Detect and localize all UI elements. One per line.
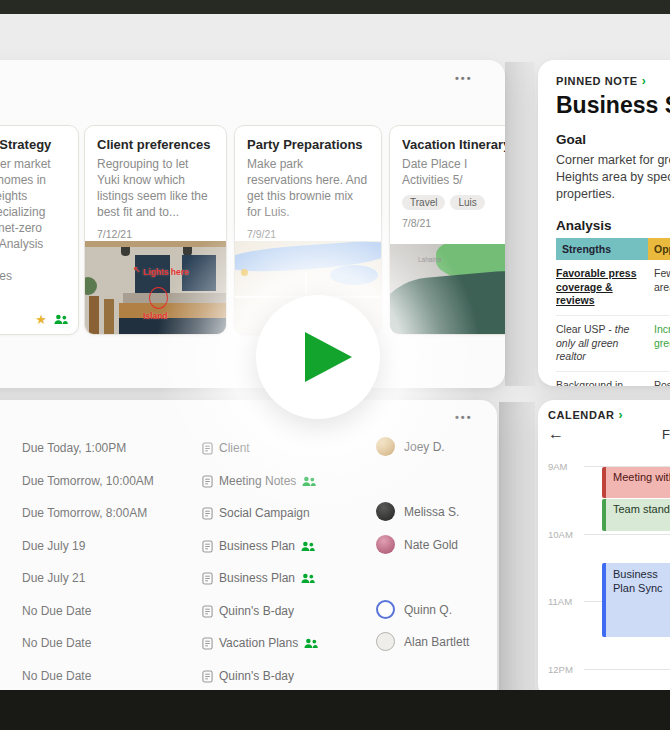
annotation-circle [149,287,168,309]
chevron-right-icon: › [619,408,624,422]
note-icon [202,475,213,488]
task-row: Due Tomorrow, 8:00AM Social Campaign Mel… [0,498,497,531]
shared-people-icon [302,476,316,487]
swot-table: Strengths Opportunities Favorable press … [556,238,670,386]
shared-people-icon [304,638,318,649]
star-icon: ★ [35,313,47,326]
card-gap-shadow [499,402,535,690]
task-due: Due July 21 [22,571,85,585]
note-title: Client preferences [97,137,214,153]
task-assignee[interactable]: Alan Bartlett [376,632,469,651]
task-assignee[interactable]: Joey D. [376,437,445,456]
event-title: Team standup [613,503,670,515]
task-assignee[interactable]: Quinn Q. [376,600,452,619]
assignee-name: Joey D. [404,440,445,454]
maui-map-image: Lahaina [390,244,505,334]
avatar [376,632,395,651]
note-title: ess Strategy [0,137,79,153]
task-note-link[interactable]: Quinn's B-day [202,604,294,618]
note-icon [202,540,213,553]
shared-people-icon [301,541,315,552]
avatar [376,535,395,554]
time-label: 10AM [548,529,580,540]
event-title: Meeting with [613,471,670,483]
annotation-lights-here: Lights here [143,267,189,277]
time-label: 11AM [548,596,580,607]
avatar [376,600,395,619]
avatar [376,437,395,456]
note-snippet: Date Place I Activities 5/ [402,157,505,189]
task-note-link[interactable]: Meeting Notes [202,474,316,488]
task-due: Due Today, 1:00PM [22,441,126,455]
shared-people-icon [54,314,68,325]
calendar-link[interactable]: CALENDAR› [548,408,623,422]
note-snippet: Make park reservations here. And get thi… [247,157,369,221]
calendar-label: CALENDAR [548,409,615,421]
table-cell: Background in net-zero properties [556,372,648,386]
back-arrow-icon[interactable]: ← [548,426,564,442]
map-pin-icon [241,269,248,276]
table-cell-link[interactable]: Favorable press coverage & reviews [556,267,637,306]
table-cell: Positive [648,372,670,386]
task-row: No Due Date Vacation Plans Alan Bartlett [0,628,497,661]
task-assignee[interactable]: Melissa S. [376,502,459,521]
note-icon [202,670,213,683]
assignee-name: Quinn Q. [404,603,452,617]
notes-board-menu-icon[interactable]: ••• [455,72,473,84]
task-note-link[interactable]: Business Plan [202,571,315,585]
analysis-heading: Analysis [556,218,612,233]
task-note-title: Social Campaign [219,506,310,520]
note-snippet: Corner market een homes in ld Heights y … [0,157,79,285]
table-cell: Clear USP - the only all green realtor [556,316,648,372]
task-due: No Due Date [22,604,91,618]
pinned-note-card: PINNED NOTE› Business Strategy Goal Corn… [538,60,670,386]
task-note-title: Quinn's B-day [219,669,294,683]
task-note-title: Business Plan [219,539,295,553]
app-screenshot: ••• ess Strategy Corner market een homes… [0,0,670,730]
task-note-link[interactable]: Social Campaign [202,506,310,520]
task-assignee[interactable]: Nate Gold [376,535,458,554]
tag-luis[interactable]: Luis [450,195,484,210]
calendar-event-standup[interactable]: Team standup [602,499,670,531]
goal-body: Corner market for green Heights area by … [556,152,670,203]
assignee-name: Alan Bartlett [404,635,469,649]
task-row: Due Today, 1:00PM Client Joey D. [0,433,497,466]
note-date: 7/12/21 [97,228,214,240]
pinned-note-label: PINNED NOTE [556,75,638,87]
bottom-frame-bar [0,690,670,730]
task-note-title: Business Plan [219,571,295,585]
task-list-card: ••• Due Today, 1:00PM Client Joey D. Due… [0,400,497,710]
kitchen-photo: ↖ Lights here Island [85,241,226,334]
opportunities-header-cell: Opportunities [648,238,670,260]
table-cell-text: Clear USP - [556,323,615,335]
note-snippet: Regrouping to let Yuki know which listin… [97,157,214,221]
shared-people-icon [301,573,315,584]
table-cell: Few competitors in area [648,260,670,316]
tag-travel[interactable]: Travel [402,195,445,210]
note-card-business-strategy[interactable]: ess Strategy Corner market een homes in … [0,125,79,335]
task-row: Due July 21 Business Plan [0,563,497,596]
note-title: Party Preparations [247,137,369,153]
task-due: Due Tomorrow, 8:00AM [22,506,147,520]
note-card-vacation-itinerary[interactable]: Vacation Itinerary Date Place I Activiti… [389,125,505,335]
pinned-note-link[interactable]: PINNED NOTE› [556,74,646,88]
task-note-link[interactable]: Client [202,441,250,455]
note-date: 7/8/21 [402,217,505,229]
assignee-name: Nate Gold [404,538,458,552]
note-icon [202,442,213,455]
task-due: No Due Date [22,636,91,650]
calendar-day-label: Friday [662,427,670,442]
task-note-link[interactable]: Quinn's B-day [202,669,294,683]
notes-board-card: ••• ess Strategy Corner market een homes… [0,60,505,388]
task-note-link[interactable]: Vacation Plans [202,636,318,650]
note-icon [202,637,213,650]
task-board-menu-icon[interactable]: ••• [455,411,473,423]
play-video-button[interactable] [256,295,380,419]
calendar-event-business-plan-sync[interactable]: Business Plan Sync [602,563,670,637]
task-row: No Due Date Quinn's B-day Quinn Q. [0,596,497,629]
task-note-link[interactable]: Business Plan [202,539,315,553]
assignee-name: Melissa S. [404,505,459,519]
pinned-note-title: Business Strategy [556,92,670,119]
calendar-event-meeting[interactable]: Meeting with [602,467,670,498]
note-card-client-preferences[interactable]: Client preferences Regrouping to let Yuk… [84,125,227,335]
